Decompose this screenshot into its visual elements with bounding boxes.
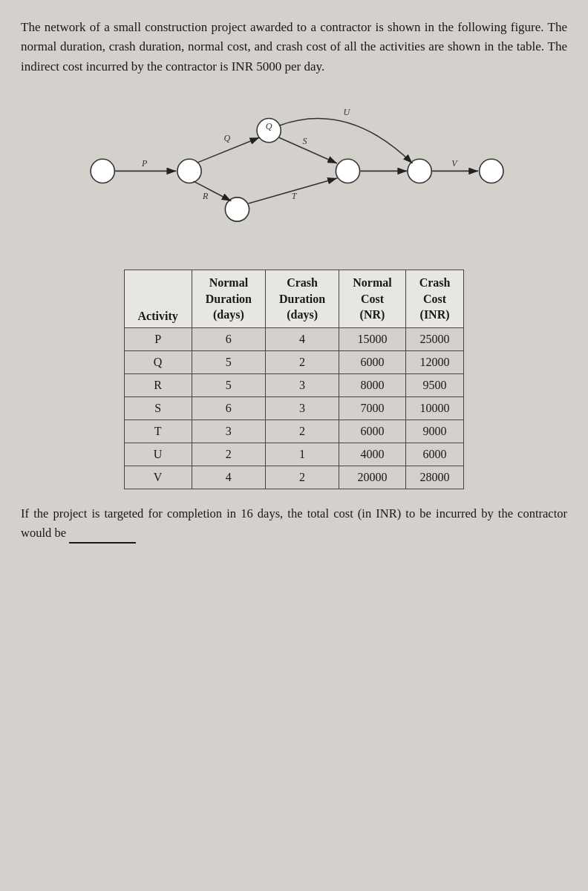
- cell-activity: U: [124, 443, 192, 466]
- svg-text:S: S: [302, 136, 307, 146]
- svg-text:U: U: [344, 107, 351, 117]
- cell-normalDuration: 2: [192, 443, 265, 466]
- table-row: S63700010000: [124, 396, 464, 420]
- table-row: Q52600012000: [124, 350, 464, 373]
- cell-normalCost: 7000: [339, 396, 405, 420]
- svg-text:T: T: [292, 191, 298, 201]
- cell-normalCost: 6000: [339, 420, 405, 443]
- svg-text:Q: Q: [266, 121, 272, 131]
- col-header-normal-duration: NormalDuration(days): [192, 270, 265, 328]
- cell-normalCost: 4000: [339, 443, 405, 466]
- cell-normalDuration: 6: [192, 396, 265, 420]
- svg-point-1: [91, 159, 114, 183]
- cell-normalCost: 15000: [339, 327, 405, 350]
- cell-normalDuration: 6: [192, 327, 265, 350]
- cell-crashCost: 9000: [405, 420, 464, 443]
- cell-normalDuration: 5: [192, 350, 265, 373]
- cell-crashCost: 9500: [405, 373, 464, 396]
- cell-activity: P: [124, 327, 192, 350]
- cell-activity: R: [124, 373, 192, 396]
- table-row: U2140006000: [124, 443, 464, 466]
- col-header-activity: Activity: [124, 270, 192, 328]
- footer-text: If the project is targeted for completio…: [21, 504, 567, 544]
- svg-point-4: [225, 198, 249, 221]
- table-row: T3260009000: [124, 420, 464, 443]
- cell-crashCost: 6000: [405, 443, 464, 466]
- svg-text:V: V: [451, 158, 458, 169]
- cell-activity: S: [124, 396, 192, 420]
- table-row: P641500025000: [124, 327, 464, 350]
- svg-point-7: [480, 159, 503, 183]
- cell-crashDuration: 3: [265, 396, 339, 420]
- answer-blank: [69, 542, 136, 544]
- svg-text:Q: Q: [223, 133, 230, 143]
- cell-crashDuration: 2: [265, 466, 339, 489]
- svg-text:R: R: [202, 191, 209, 201]
- cell-crashCost: 25000: [405, 327, 464, 350]
- cell-activity: V: [124, 466, 192, 489]
- cell-normalCost: 6000: [339, 350, 405, 373]
- table-row: R5380009500: [124, 373, 464, 396]
- cell-normalDuration: 3: [192, 420, 265, 443]
- cell-normalDuration: 5: [192, 373, 265, 396]
- svg-line-13: [279, 137, 337, 163]
- cell-normalCost: 20000: [339, 466, 405, 489]
- col-header-crash-cost: CrashCost(INR): [405, 270, 464, 328]
- cell-normalCost: 8000: [339, 373, 405, 396]
- col-header-crash-duration: CrashDuration(days): [265, 270, 339, 328]
- cell-crashCost: 12000: [405, 350, 464, 373]
- cell-crashDuration: 1: [265, 443, 339, 466]
- intro-text: The network of a small construction proj…: [21, 18, 567, 76]
- cell-normalDuration: 4: [192, 466, 265, 489]
- cell-activity: T: [124, 420, 192, 443]
- network-diagram: P R S T V Q Q U: [21, 93, 567, 249]
- cell-activity: Q: [124, 350, 192, 373]
- cell-crashDuration: 3: [265, 373, 339, 396]
- cell-crashDuration: 2: [265, 350, 339, 373]
- cell-crashDuration: 4: [265, 327, 339, 350]
- svg-text:P: P: [141, 158, 148, 169]
- cell-crashCost: 28000: [405, 466, 464, 489]
- data-table: Activity NormalDuration(days) CrashDurat…: [21, 270, 567, 489]
- cell-crashCost: 10000: [405, 396, 464, 420]
- col-header-normal-cost: NormalCost(NR): [339, 270, 405, 328]
- svg-point-5: [336, 159, 359, 183]
- svg-line-11: [194, 181, 232, 201]
- table-row: V422000028000: [124, 466, 464, 489]
- cell-crashDuration: 2: [265, 420, 339, 443]
